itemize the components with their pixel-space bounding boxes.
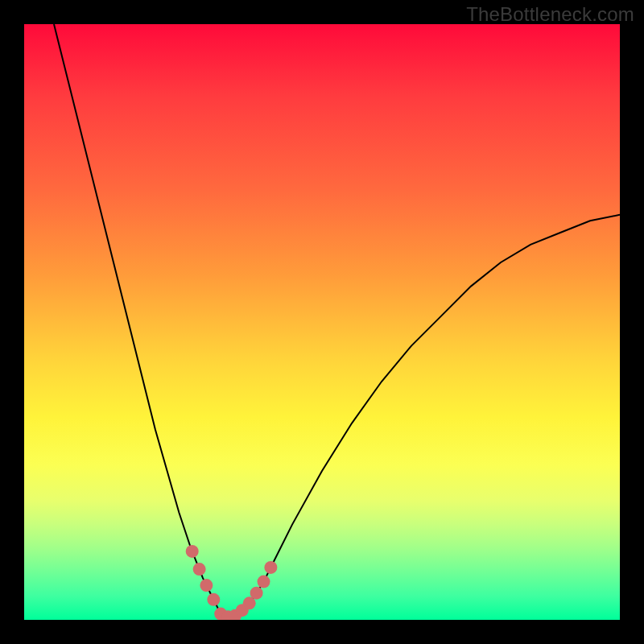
sweet-spot-dot: [193, 563, 206, 576]
watermark-label: TheBottleneck.com: [466, 3, 634, 26]
chart-svg: [24, 24, 620, 620]
sweet-spot-dot: [207, 593, 220, 606]
sweet-spot-dot: [258, 576, 270, 588]
chart-plot-area: [24, 24, 620, 620]
bottleneck-curve: [54, 24, 620, 617]
chart-frame: TheBottleneck.com: [0, 0, 644, 644]
sweet-spot-dot: [200, 579, 213, 592]
sweet-spot-markers: [186, 545, 278, 620]
sweet-spot-dot: [250, 587, 263, 600]
sweet-spot-dot: [186, 545, 199, 558]
sweet-spot-dot: [264, 561, 277, 574]
